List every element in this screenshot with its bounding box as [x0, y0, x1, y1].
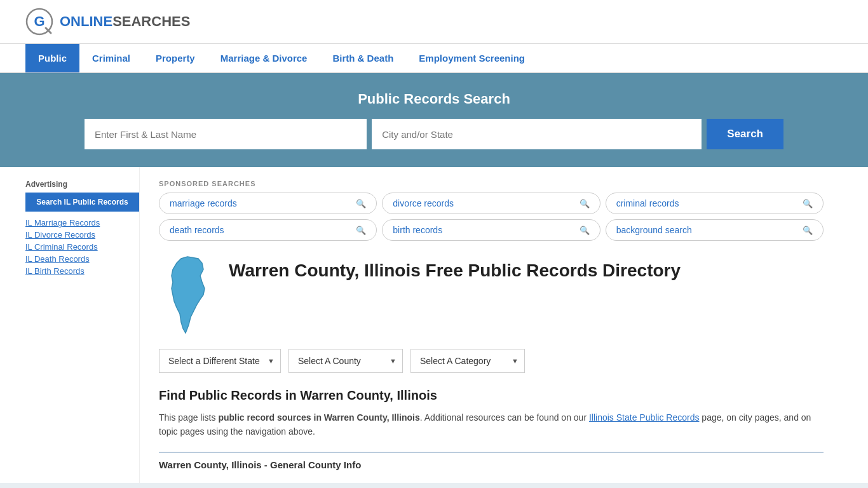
tag-divorce-records[interactable]: divorce records 🔍 — [382, 193, 600, 214]
county-section: Warren County, Illinois Free Public Reco… — [159, 254, 824, 336]
search-banner-title: Public Records Search — [25, 91, 843, 107]
logo-text: ONLINESEARCHES — [60, 13, 190, 30]
sidebar-link-death[interactable]: IL Death Records — [25, 254, 139, 264]
find-records-title: Find Public Records in Warren County, Il… — [159, 388, 824, 403]
sponsored-label: SPONSORED SEARCHES — [159, 180, 824, 187]
nav-property[interactable]: Property — [143, 44, 208, 72]
county-dropdown-wrapper: Select A County — [288, 349, 403, 373]
search-icon-criminal: 🔍 — [803, 199, 813, 208]
county-title-wrapper: Warren County, Illinois Free Public Reco… — [229, 254, 681, 281]
sidebar-advertising-label: Advertising — [25, 180, 139, 189]
search-fields: Search — [85, 119, 783, 149]
location-input[interactable] — [372, 119, 702, 149]
search-icon-birth: 🔍 — [580, 226, 590, 235]
search-button[interactable]: Search — [707, 119, 783, 149]
tag-background-search[interactable]: background search 🔍 — [606, 219, 824, 241]
state-dropdown-wrapper: Select a Different State — [159, 349, 281, 373]
illinois-map — [159, 254, 216, 336]
dropdowns-row: Select a Different State Select A County… — [159, 349, 824, 373]
content: SPONSORED SEARCHES marriage records 🔍 di… — [140, 167, 843, 483]
sidebar-link-birth[interactable]: IL Birth Records — [25, 266, 139, 276]
tag-criminal-records[interactable]: criminal records 🔍 — [606, 193, 824, 214]
sidebar-ad-button[interactable]: Search IL Public Records — [25, 193, 139, 212]
nav-birth-death[interactable]: Birth & Death — [320, 44, 406, 72]
find-desc-mid: . Additional resources can be found on o… — [420, 412, 589, 423]
header: G ONLINESEARCHES — [0, 0, 868, 44]
county-dropdown[interactable]: Select A County — [288, 349, 403, 373]
sponsored-tags: marriage records 🔍 divorce records 🔍 cri… — [159, 193, 824, 241]
nav-marriage-divorce[interactable]: Marriage & Divorce — [208, 44, 320, 72]
general-info-header: Warren County, Illinois - General County… — [159, 452, 824, 470]
sidebar-link-marriage[interactable]: IL Marriage Records — [25, 218, 139, 227]
logo: G ONLINESEARCHES — [25, 8, 190, 36]
find-desc-bold: public record sources in Warren County, … — [218, 412, 419, 423]
tag-marriage-records[interactable]: marriage records 🔍 — [159, 193, 377, 214]
category-dropdown[interactable]: Select A Category — [410, 349, 525, 373]
sidebar-link-divorce[interactable]: IL Divorce Records — [25, 230, 139, 240]
main-layout: Advertising Search IL Public Records IL … — [0, 167, 868, 483]
find-records-description: This page lists public record sources in… — [159, 410, 824, 439]
sidebar-advertising-section: Advertising Search IL Public Records IL … — [25, 180, 139, 276]
county-title: Warren County, Illinois Free Public Reco… — [229, 260, 681, 281]
logo-online: ONLINE — [60, 13, 112, 29]
main-nav: Public Criminal Property Marriage & Divo… — [0, 44, 868, 73]
logo-searches: SEARCHES — [112, 13, 190, 29]
svg-text:G: G — [34, 13, 44, 29]
sidebar-link-criminal[interactable]: IL Criminal Records — [25, 242, 139, 252]
tag-death-records[interactable]: death records 🔍 — [159, 219, 377, 241]
sidebar: Advertising Search IL Public Records IL … — [25, 167, 140, 483]
state-dropdown[interactable]: Select a Different State — [159, 349, 281, 373]
search-icon-marriage: 🔍 — [356, 199, 366, 208]
find-desc-start: This page lists — [159, 412, 218, 423]
logo-icon: G — [25, 8, 53, 36]
search-banner: Public Records Search Search — [0, 73, 868, 167]
tag-birth-records[interactable]: birth records 🔍 — [382, 219, 600, 241]
name-input[interactable] — [85, 119, 367, 149]
search-icon-divorce: 🔍 — [580, 199, 590, 208]
find-desc-link[interactable]: Illinois State Public Records — [589, 412, 700, 423]
category-dropdown-wrapper: Select A Category — [410, 349, 525, 373]
nav-criminal[interactable]: Criminal — [79, 44, 143, 72]
nav-employment[interactable]: Employment Screening — [406, 44, 538, 72]
search-icon-background: 🔍 — [803, 226, 813, 235]
search-icon-death: 🔍 — [356, 226, 366, 235]
nav-public[interactable]: Public — [25, 44, 79, 72]
